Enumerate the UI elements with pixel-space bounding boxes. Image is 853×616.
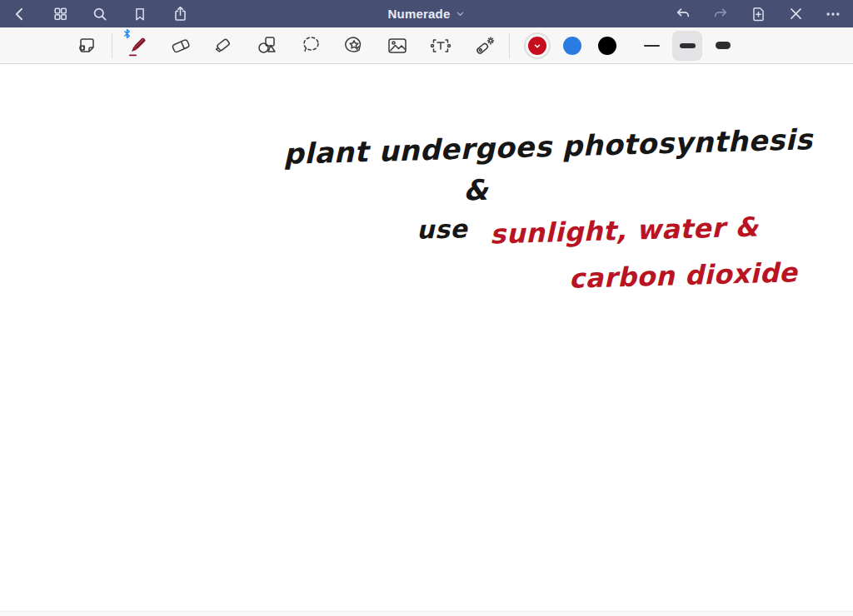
text-tool-button[interactable]	[426, 31, 456, 61]
page-bottom-margin	[0, 611, 853, 616]
thickness-medium-button[interactable]	[672, 31, 702, 61]
laser-pointer-tool-button[interactable]	[469, 31, 499, 61]
ellipsis-icon	[825, 6, 841, 22]
lasso-icon	[298, 33, 323, 58]
toolbar-divider	[112, 33, 112, 58]
lasso-tool-button[interactable]	[296, 31, 326, 61]
sticker-tool-button[interactable]	[339, 31, 369, 61]
image-tool-button[interactable]	[382, 31, 412, 61]
text-icon	[428, 33, 453, 58]
drawing-toolbar	[0, 27, 853, 64]
chevron-left-icon	[12, 6, 28, 22]
shapes-icon	[255, 33, 280, 58]
stylus-disconnect-button[interactable]	[786, 4, 806, 24]
document-title: Numerade	[388, 7, 451, 21]
topbar-left-group	[8, 0, 190, 27]
pen-tool-button[interactable]	[122, 31, 152, 61]
medium-stroke-icon	[680, 43, 696, 48]
close-x-icon	[788, 6, 804, 22]
image-icon	[385, 33, 410, 58]
redo-icon	[712, 6, 729, 22]
laser-pointer-icon	[471, 33, 496, 58]
chevron-down-icon	[456, 9, 465, 18]
add-page-button[interactable]	[748, 4, 768, 24]
color-swatch-blue[interactable]	[563, 37, 581, 55]
shapes-tool-button[interactable]	[252, 31, 282, 61]
note-canvas[interactable]	[0, 65, 853, 611]
grid-view-icon	[52, 6, 68, 22]
color-swatch-black[interactable]	[598, 37, 616, 55]
toolbar-divider	[509, 33, 510, 58]
page-edit-icon	[76, 34, 98, 57]
bookmark-icon	[132, 6, 147, 22]
redo-button[interactable]	[711, 4, 731, 24]
share-button[interactable]	[170, 4, 190, 24]
more-options-button[interactable]	[823, 4, 843, 24]
highlighter-tool-button[interactable]	[209, 31, 239, 61]
thick-stroke-icon	[716, 42, 731, 49]
page-edit-mode-button[interactable]	[72, 31, 102, 61]
chevron-down-icon	[533, 42, 541, 50]
thin-stroke-icon	[644, 45, 660, 47]
share-icon	[172, 5, 188, 22]
search-button[interactable]	[90, 4, 110, 24]
back-button[interactable]	[10, 4, 30, 24]
top-navigation-bar: Numerade	[0, 0, 853, 27]
undo-icon	[675, 6, 691, 22]
bluetooth-badge-icon	[123, 28, 131, 39]
eraser-icon	[168, 33, 193, 58]
notes-app-window: Numerade	[0, 0, 853, 616]
thickness-thick-button[interactable]	[708, 31, 738, 61]
thickness-thin-button[interactable]	[636, 31, 666, 61]
search-icon	[92, 6, 108, 22]
bookmark-button[interactable]	[130, 4, 150, 24]
highlighter-icon	[212, 33, 237, 58]
thumbnails-button[interactable]	[50, 4, 70, 24]
add-page-icon	[751, 5, 766, 22]
eraser-tool-button[interactable]	[166, 31, 196, 61]
color-swatch-red[interactable]	[528, 37, 546, 55]
topbar-right-group	[673, 0, 845, 27]
sticker-icon	[342, 33, 367, 58]
undo-button[interactable]	[673, 4, 693, 24]
